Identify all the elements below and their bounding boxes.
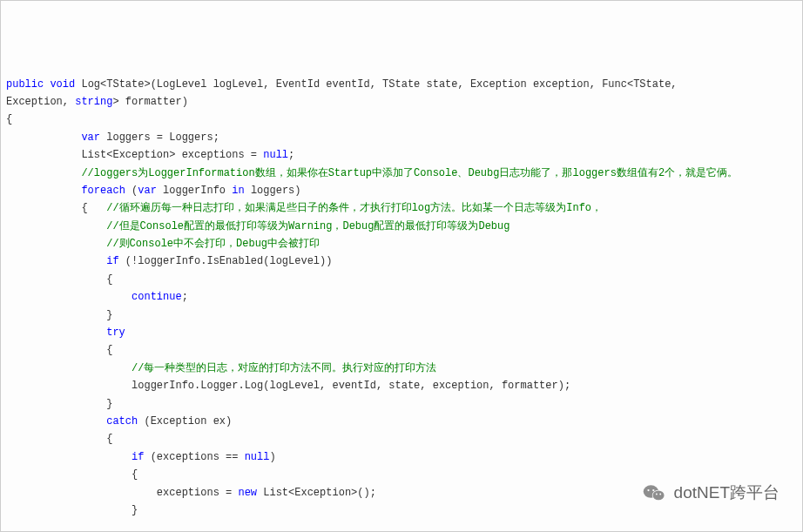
semicolon: ; bbox=[182, 291, 188, 303]
svg-point-2 bbox=[652, 490, 664, 500]
stmt-exceptions-decl: List<Exception> exceptions = bbox=[81, 149, 263, 161]
kw-public: public bbox=[6, 78, 44, 91]
kw-catch: catch bbox=[106, 415, 138, 428]
brace: { bbox=[106, 433, 112, 445]
kw-foreach: foreach bbox=[81, 185, 125, 197]
code-block: public void Log<TState>(LogLevel logLeve… bbox=[6, 76, 797, 532]
svg-point-4 bbox=[652, 489, 654, 491]
wechat-icon bbox=[643, 483, 665, 502]
svg-point-6 bbox=[659, 493, 661, 495]
sig-line2a: Exception, bbox=[6, 96, 69, 108]
kw-if2: if bbox=[132, 451, 144, 463]
kw-try: try bbox=[106, 327, 125, 339]
kw-string: string bbox=[75, 96, 112, 108]
id-loggerinfo: loggerInfo bbox=[157, 185, 232, 197]
cond-null: (exceptions == bbox=[144, 451, 244, 463]
kw-null: null bbox=[263, 149, 288, 161]
kw-var: var bbox=[81, 131, 100, 144]
call-log: loggerInfo.Logger.Log(logLevel, eventId,… bbox=[132, 380, 570, 392]
brace: { bbox=[106, 344, 112, 356]
brace: { bbox=[106, 273, 112, 286]
sig-line2b: > formatter) bbox=[112, 96, 187, 108]
svg-point-5 bbox=[656, 493, 658, 495]
watermark: dotNET跨平台 bbox=[643, 479, 779, 507]
paren-close: ) bbox=[269, 451, 275, 463]
brace: } bbox=[106, 309, 112, 321]
kw-continue: continue bbox=[132, 291, 182, 303]
brace: } bbox=[106, 398, 112, 410]
comment-line: //但是Console配置的最低打印等级为Warning，Debug配置的最低打… bbox=[106, 220, 509, 232]
new-list: List<Exception>(); bbox=[257, 487, 376, 499]
id-loggers: loggers) bbox=[245, 185, 301, 197]
brace: { bbox=[81, 202, 106, 214]
comment-line: //每一种类型的日志，对应的打印方法不同。执行对应的打印方法 bbox=[132, 362, 436, 374]
comment-line: //循环遍历每一种日志打印，如果满足些日子的条件，才执行打印log方法。比如某一… bbox=[106, 202, 602, 214]
kw-null2: null bbox=[245, 451, 270, 463]
brace: } bbox=[132, 504, 138, 516]
sig-line1: Log<TState>(LogLevel logLevel, EventId e… bbox=[81, 78, 677, 91]
assign-exceptions: exceptions = bbox=[157, 487, 239, 499]
kw-void: void bbox=[50, 78, 75, 91]
brace-open: { bbox=[6, 113, 12, 125]
kw-var2: var bbox=[138, 185, 157, 197]
svg-point-3 bbox=[647, 489, 649, 491]
comment-line: //则Console中不会打印，Debug中会被打印 bbox=[106, 238, 320, 250]
kw-if: if bbox=[106, 255, 118, 267]
paren: ( bbox=[125, 185, 138, 197]
catch-param: (Exception ex) bbox=[138, 415, 232, 428]
stmt-loggers: loggers = Loggers; bbox=[100, 131, 219, 144]
watermark-text: dotNET跨平台 bbox=[674, 479, 779, 507]
kw-in: in bbox=[232, 185, 244, 197]
semicolon: ; bbox=[288, 149, 294, 161]
brace: { bbox=[132, 468, 138, 481]
comment-line: //loggers为LoggerInformation数组，如果你在Startu… bbox=[81, 167, 738, 179]
kw-new: new bbox=[238, 487, 257, 499]
cond-isenabled: (!loggerInfo.IsEnabled(logLevel)) bbox=[119, 255, 333, 267]
